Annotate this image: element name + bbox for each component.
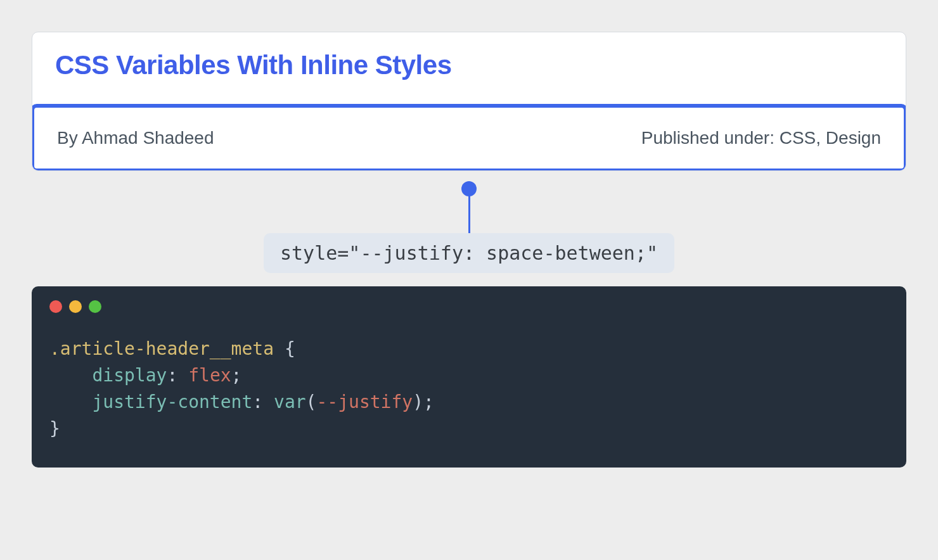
- minimize-icon: [69, 300, 82, 313]
- code-val-flex: flex: [188, 365, 231, 386]
- code-block: .article-header__meta { display: flex; j…: [32, 286, 906, 468]
- close-icon: [49, 300, 62, 313]
- article-byline: By Ahmad Shadeed: [57, 128, 214, 148]
- annotation-connector: style="--justify: space-between;": [32, 171, 906, 279]
- window-traffic-lights: [49, 300, 889, 313]
- code-prop-justify: justify-content: [92, 391, 252, 412]
- connector-line-icon: [468, 189, 470, 233]
- code-selector: .article-header__meta: [49, 338, 274, 359]
- code-content: .article-header__meta { display: flex; j…: [49, 336, 889, 442]
- code-func-var: var: [274, 391, 306, 412]
- inline-style-label: style="--justify: space-between;": [264, 233, 674, 273]
- article-card: CSS Variables With Inline Styles By Ahma…: [32, 32, 906, 171]
- code-var-justify: --justify: [316, 391, 413, 412]
- maximize-icon: [89, 300, 101, 313]
- article-meta-row: By Ahmad Shadeed Published under: CSS, D…: [32, 104, 906, 171]
- article-title: CSS Variables With Inline Styles: [32, 50, 906, 106]
- code-prop-display: display: [92, 365, 167, 386]
- article-published: Published under: CSS, Design: [641, 128, 881, 148]
